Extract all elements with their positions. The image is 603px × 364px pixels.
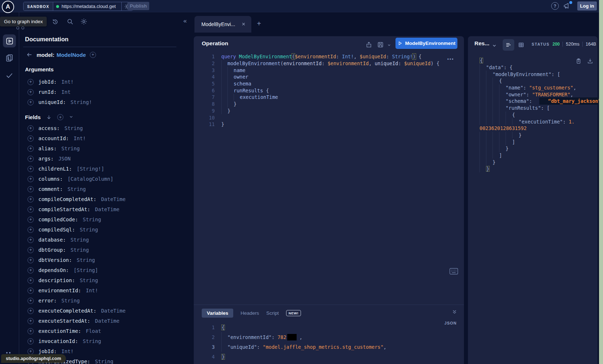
field-row[interactable]: +comment:String xyxy=(28,184,126,194)
field-type[interactable]: String xyxy=(83,217,101,222)
add-to-query-button[interactable]: + xyxy=(28,328,34,334)
field-row[interactable]: +access:String xyxy=(28,123,126,133)
argument-type[interactable]: Int! xyxy=(62,79,74,85)
add-to-query-button[interactable]: + xyxy=(28,186,34,192)
collapse-variables-icon[interactable] xyxy=(452,309,457,315)
field-row[interactable]: +executionTime:Float xyxy=(28,326,126,336)
field-row[interactable]: +compileStartedAt:DateTime xyxy=(28,204,126,214)
sort-descending-icon[interactable] xyxy=(46,114,52,120)
new-tab-button[interactable]: + xyxy=(255,20,263,27)
add-to-query-button[interactable]: + xyxy=(28,318,34,324)
field-row[interactable]: +description:String xyxy=(28,275,126,285)
add-to-query-button[interactable]: + xyxy=(28,277,34,284)
operation-tab[interactable]: ModelByEnvi... xyxy=(194,16,251,33)
sandbox-badge[interactable]: SANDBOX xyxy=(24,2,53,11)
raw-view-button[interactable] xyxy=(503,39,514,51)
field-row[interactable]: +args:JSON xyxy=(28,154,126,164)
field-row[interactable]: +compiledCode:String xyxy=(28,214,126,225)
field-type[interactable]: Int! xyxy=(62,348,74,354)
add-to-query-button[interactable]: + xyxy=(28,237,34,243)
add-to-query-button[interactable]: + xyxy=(28,206,34,213)
add-to-query-button[interactable]: + xyxy=(28,308,34,314)
field-type[interactable]: String xyxy=(64,125,83,131)
add-to-query-button[interactable]: + xyxy=(28,348,34,355)
add-to-query-button[interactable]: + xyxy=(28,135,34,142)
field-row[interactable]: +dbtVersion:String xyxy=(28,255,126,265)
field-type[interactable]: String xyxy=(71,237,89,243)
settings-gear-icon[interactable] xyxy=(80,18,87,25)
add-field-button[interactable]: + xyxy=(90,52,96,58)
add-to-query-button[interactable]: + xyxy=(28,156,34,162)
rail-item-explorer[interactable] xyxy=(3,34,16,47)
add-to-query-button[interactable]: + xyxy=(28,247,34,253)
back-arrow-icon[interactable] xyxy=(26,51,33,58)
save-icon[interactable] xyxy=(377,41,384,49)
argument-row[interactable]: +jobId:Int! xyxy=(28,77,92,87)
field-type[interactable]: DateTime xyxy=(101,308,125,314)
add-to-query-button[interactable]: + xyxy=(28,288,34,294)
field-type[interactable]: JSON xyxy=(58,156,71,162)
field-row[interactable]: +compileCompletedAt:DateTime xyxy=(28,194,126,204)
field-type[interactable]: Int! xyxy=(86,288,98,293)
query-editor[interactable]: 1query ModelByEnvironment($environmentId… xyxy=(194,53,464,128)
save-chevron-icon[interactable] xyxy=(387,43,391,47)
add-to-query-button[interactable]: + xyxy=(28,146,34,152)
run-operation-button[interactable]: ModelByEnvironment xyxy=(395,38,457,49)
help-icon[interactable]: ? xyxy=(551,2,559,10)
add-to-query-button[interactable]: + xyxy=(28,217,34,223)
argument-row[interactable]: +runId:Int xyxy=(28,87,92,97)
field-row[interactable]: +alias:String xyxy=(28,143,126,154)
field-type[interactable]: [String!] xyxy=(77,166,104,172)
close-tab-icon[interactable] xyxy=(241,22,246,27)
add-to-query-button[interactable]: + xyxy=(28,298,34,304)
field-row[interactable]: +columns:[CatalogColumn] xyxy=(28,174,126,184)
table-view-button[interactable] xyxy=(518,42,524,48)
add-to-query-button[interactable]: + xyxy=(28,125,34,131)
field-type[interactable]: DateTime xyxy=(101,196,125,202)
field-type[interactable]: DateTime xyxy=(95,318,119,324)
field-type[interactable]: String xyxy=(80,277,98,283)
response-chevron-icon[interactable] xyxy=(492,43,497,48)
endpoint-url-field[interactable]: https://metadata.cloud.get xyxy=(53,2,121,11)
field-type[interactable]: [CatalogColumn] xyxy=(67,176,113,182)
field-type[interactable]: String xyxy=(80,227,98,233)
field-row[interactable]: +executeCompletedAt:DateTime xyxy=(28,306,126,316)
apollo-logo[interactable]: A xyxy=(2,1,14,13)
response-title[interactable]: Res... xyxy=(474,40,489,47)
history-icon[interactable] xyxy=(52,18,59,25)
collapse-sidebar-icon[interactable]: « xyxy=(181,17,189,25)
response-json[interactable]: {"data": {"modelByEnvironment": [{"name"… xyxy=(468,57,598,172)
search-icon[interactable] xyxy=(67,18,74,25)
share-icon[interactable] xyxy=(365,41,373,49)
field-type[interactable]: [String] xyxy=(74,267,98,273)
add-all-fields-button[interactable]: + xyxy=(57,114,63,120)
variables-editor[interactable]: 1{2"environmentId": 782 ,3"uniqueId": "m… xyxy=(194,322,464,361)
field-row[interactable]: +executeStartedAt:DateTime xyxy=(28,316,126,326)
field-row[interactable]: +environmentId:Int! xyxy=(28,285,126,296)
tab-variables[interactable]: Variables xyxy=(202,309,233,318)
login-button[interactable]: Log in xyxy=(577,1,597,11)
rail-item-schema[interactable] xyxy=(5,54,14,62)
rail-item-partial[interactable] xyxy=(6,352,11,353)
field-type[interactable]: Int! xyxy=(74,135,86,141)
chevron-down-icon[interactable] xyxy=(69,114,75,120)
argument-type[interactable]: String! xyxy=(71,99,92,105)
add-to-query-button[interactable]: + xyxy=(28,257,34,263)
tab-script[interactable]: Script xyxy=(266,310,279,316)
tab-headers[interactable]: Headers xyxy=(240,310,259,316)
field-type[interactable]: Float xyxy=(86,328,101,334)
field-row[interactable]: +dependsOn:[String] xyxy=(28,265,126,275)
field-row[interactable]: +childrenL1:[String!] xyxy=(28,164,126,174)
add-to-query-button[interactable]: + xyxy=(28,99,34,105)
argument-type[interactable]: Int xyxy=(62,89,71,95)
publish-button[interactable]: Publish xyxy=(127,2,149,10)
add-to-query-button[interactable]: + xyxy=(28,176,34,182)
field-type[interactable]: String xyxy=(67,186,86,192)
add-to-query-button[interactable]: + xyxy=(28,89,34,95)
add-to-query-button[interactable]: + xyxy=(28,166,34,172)
argument-row[interactable]: +uniqueId:String! xyxy=(28,97,92,107)
add-to-query-button[interactable]: + xyxy=(28,196,34,202)
add-to-query-button[interactable]: + xyxy=(28,338,34,344)
field-row[interactable]: +invocationId:String xyxy=(28,336,126,346)
field-row[interactable]: +dbtGroup:String xyxy=(28,245,126,255)
